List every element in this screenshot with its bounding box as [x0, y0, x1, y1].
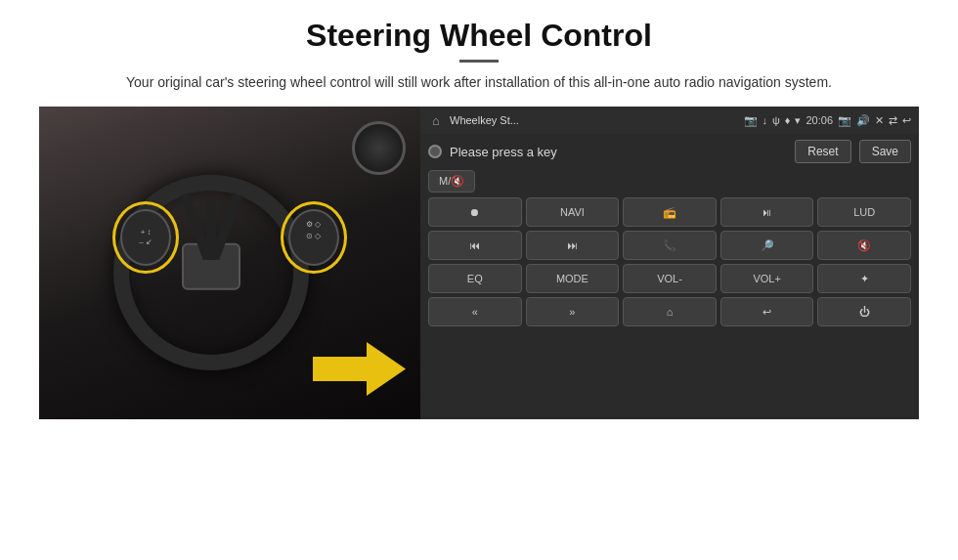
- usb-icon: ψ: [772, 114, 780, 126]
- navi-btn[interactable]: NAVI: [526, 197, 620, 227]
- play-pause-btn[interactable]: ⏯: [720, 197, 814, 227]
- left-button-cluster: + ↕ – ↙: [120, 209, 171, 266]
- close-icon: ✕: [875, 114, 884, 127]
- main-panel: Please press a key Reset Save M/🔇 ⏺ NAVI…: [420, 134, 919, 419]
- phone-btn[interactable]: 📞: [623, 231, 717, 260]
- spoke-bottom: [206, 201, 216, 260]
- mute-toggle-button[interactable]: M/🔇: [428, 170, 475, 193]
- svg-marker-0: [313, 342, 406, 396]
- left-cluster-buttons: + ↕ – ↙: [139, 228, 152, 248]
- button-grid: ⏺ NAVI 📻 ⏯ LUD ⏮ ⏭ 📞 🔎 🔇 EQ MODE VOL- VO…: [428, 197, 911, 326]
- status-icons: 📷 ↓ ψ ♦ ▾ 20:06 📷 🔊 ✕ ⇄ ↩: [744, 114, 912, 127]
- arrow-svg: [313, 342, 406, 396]
- screen-icon: ⇄: [889, 114, 897, 127]
- camera-icon: 📷: [744, 114, 758, 127]
- save-button[interactable]: Save: [859, 140, 911, 163]
- volume-icon: 🔊: [856, 114, 870, 127]
- home-btn[interactable]: ⌂: [623, 297, 717, 326]
- download-icon: ↓: [762, 114, 768, 126]
- home-icon: ⌂: [428, 112, 444, 128]
- right-button-cluster: ⚙ ◇ ⊙ ◇: [288, 209, 339, 266]
- source-btn[interactable]: ⏺: [428, 197, 522, 227]
- gauge-circle: [352, 121, 406, 175]
- page: Steering Wheel Control Your original car…: [0, 0, 958, 560]
- status-bar: ⌂ Wheelkey St... 📷 ↓ ψ ♦ ▾ 20:06 📷 🔊 ✕ ⇄…: [420, 107, 919, 134]
- press-key-label: Please press a key: [450, 145, 787, 159]
- content-area: + ↕ – ↙ ⚙ ◇ ⊙ ◇: [39, 107, 919, 550]
- search-btn[interactable]: 🔎: [720, 231, 814, 260]
- cam-icon2: 📷: [838, 114, 851, 127]
- next-btn[interactable]: ⏭: [526, 231, 620, 260]
- right-cluster-buttons: ⚙ ◇ ⊙ ◇: [290, 211, 337, 250]
- gps-icon: ♦: [785, 114, 791, 126]
- app-name-label: Wheelkey St...: [450, 114, 738, 126]
- vol-down-btn[interactable]: VOL-: [623, 264, 717, 293]
- mute-btn[interactable]: 🔇: [817, 231, 911, 260]
- fastfwd-btn[interactable]: »: [526, 297, 620, 326]
- rewind-btn[interactable]: «: [428, 297, 522, 326]
- mode-btn[interactable]: MODE: [526, 264, 620, 293]
- signal-icon: ▾: [795, 114, 801, 127]
- vol-up-btn[interactable]: VOL+: [720, 264, 814, 293]
- title-divider: [459, 60, 499, 63]
- time-display: 20:06: [806, 114, 833, 126]
- page-title: Steering Wheel Control: [306, 18, 652, 54]
- page-subtitle: Your original car's steering wheel contr…: [126, 72, 832, 93]
- bt-btn[interactable]: ✦: [817, 264, 911, 293]
- power-btn[interactable]: ⏻: [817, 297, 911, 326]
- arrow-indicator: [313, 342, 406, 400]
- gauge-area: [327, 121, 406, 180]
- lud-btn[interactable]: LUD: [817, 197, 911, 227]
- eq-btn[interactable]: EQ: [428, 264, 522, 293]
- mute-row: M/🔇: [428, 170, 911, 193]
- reset-button[interactable]: Reset: [795, 140, 850, 163]
- radio-btn[interactable]: 📻: [623, 197, 717, 227]
- back-icon: ↩: [902, 114, 911, 127]
- radio-indicator: [428, 145, 442, 158]
- prev-btn[interactable]: ⏮: [428, 231, 522, 260]
- android-screen: ⌂ Wheelkey St... 📷 ↓ ψ ♦ ▾ 20:06 📷 🔊 ✕ ⇄…: [420, 107, 919, 419]
- return-btn[interactable]: ↩: [720, 297, 814, 326]
- steering-wheel-image: + ↕ – ↙ ⚙ ◇ ⊙ ◇: [39, 107, 420, 419]
- press-key-row: Please press a key Reset Save: [428, 140, 911, 163]
